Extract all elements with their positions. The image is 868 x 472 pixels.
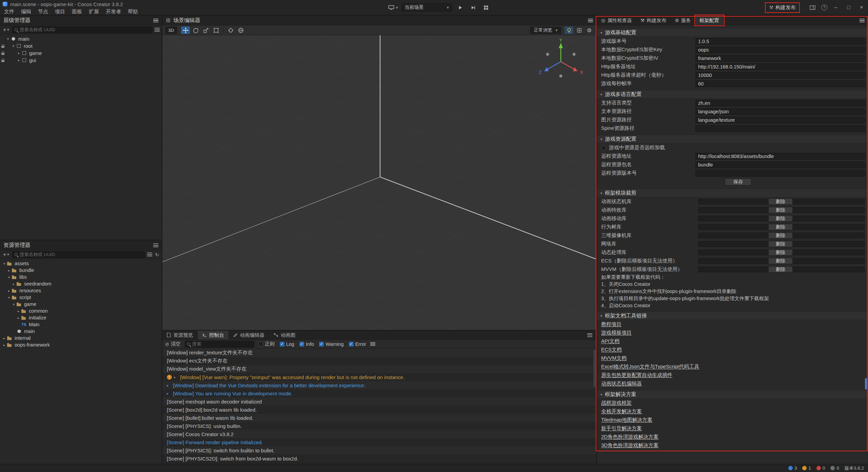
module-delete-button[interactable]: 删除 <box>768 232 793 239</box>
inspector-tab-2[interactable]: ⚒构建发布 <box>636 16 671 25</box>
doc-link[interactable]: API文档 <box>601 338 619 345</box>
section-header[interactable]: ▾框架模块裁剪 <box>597 189 868 197</box>
panel-menu-icon[interactable] <box>860 19 865 22</box>
doc-link[interactable]: 3D角色扮演游戏解决方案 <box>601 442 658 449</box>
tree-row[interactable]: ▾root <box>0 42 162 50</box>
field-input[interactable] <box>695 100 865 106</box>
field-input[interactable] <box>695 117 865 123</box>
close-button[interactable]: × <box>857 4 866 11</box>
collapse-logs-icon[interactable] <box>370 342 375 346</box>
menu-project[interactable]: 项目 <box>52 8 68 15</box>
expand-arrow-icon[interactable]: ▸ <box>2 336 7 340</box>
log-row[interactable]: [Scene] meshopt wasm decoder initialized <box>162 397 596 406</box>
doc-link[interactable]: MVVM文档 <box>601 355 627 361</box>
doc-link[interactable]: 游戏模板项目 <box>601 330 632 336</box>
doc-link[interactable]: ECS文档 <box>601 347 622 353</box>
doc-link[interactable]: 原生包热更新配置自动生成插件 <box>601 372 672 378</box>
expand-arrow-icon[interactable]: ▸ <box>16 58 21 62</box>
menu-edit[interactable]: 编辑 <box>18 8 35 15</box>
expand-arrow-icon[interactable]: ▸ <box>16 316 21 320</box>
axis-gizmo[interactable]: Y X Z <box>535 39 586 83</box>
expand-arrow-icon[interactable]: ▾ <box>5 37 11 41</box>
log-row[interactable]: !▸[Window] [Vue warn]: Property "onInput… <box>162 373 596 381</box>
expand-arrow-icon[interactable]: ▸ <box>16 51 21 55</box>
log-row[interactable]: [Scene] [PHYSICS2D]: switch from box2d-w… <box>162 454 596 463</box>
log-row[interactable]: [Scene] [PHYSICS]: switch from builtin t… <box>162 446 596 454</box>
tree-row[interactable]: ▾game <box>0 301 162 308</box>
log-row[interactable]: ▸[Window] Download the Vue Devtools exte… <box>162 381 596 389</box>
expand-arrow-icon[interactable]: ▸ <box>2 343 7 347</box>
module-delete-button[interactable]: 删除 <box>768 215 793 222</box>
clear-console-button[interactable]: ⊘ 清空 <box>165 341 181 347</box>
layout-grid-button[interactable] <box>481 3 491 12</box>
log-row[interactable]: [Scene] [box2d]:box2d wasm lib loaded. <box>162 406 596 414</box>
module-delete-button[interactable]: 删除 <box>768 258 793 264</box>
panel-menu-icon[interactable] <box>153 243 158 247</box>
field-input[interactable] <box>695 153 865 160</box>
tree-row[interactable]: ▾script <box>0 294 162 301</box>
expand-arrow-icon[interactable]: ▸ <box>6 289 12 293</box>
lock-icon[interactable] <box>1 60 4 62</box>
log-row[interactable]: [Scene] Cocos Creator v3.8.2 <box>162 430 596 438</box>
save-button[interactable]: 保存 <box>725 178 751 185</box>
doc-link[interactable]: 新手引导解决方案 <box>601 425 642 432</box>
move-tool-button[interactable] <box>181 26 190 34</box>
doc-link[interactable]: 教程项目 <box>601 321 622 328</box>
coordinate-toggle-button[interactable] <box>236 26 245 34</box>
grid-toggle-button[interactable] <box>575 26 584 34</box>
field-input[interactable] <box>695 63 865 70</box>
console-filter-error[interactable]: ✓Error <box>349 341 366 347</box>
inspector-tab-4[interactable]: 框架配置 <box>695 16 724 25</box>
inspector-tab-3[interactable]: ⚙服务 <box>671 16 695 25</box>
expand-arrow-icon[interactable]: ▾ <box>11 44 16 48</box>
log-row[interactable]: ▸[Window] You are running Vue in develop… <box>162 389 596 397</box>
log-row[interactable]: [Window] model_view文件夹不存在 <box>162 365 596 373</box>
build-publish-button[interactable]: ⚒ 构建发布 <box>766 3 799 12</box>
field-input[interactable] <box>695 46 865 53</box>
step-button[interactable] <box>469 3 478 12</box>
section-header[interactable]: ▾框架文档工具链接 <box>597 311 868 320</box>
console-filter-正则[interactable]: 正则 <box>258 341 275 347</box>
menu-extension[interactable]: 扩展 <box>85 8 102 15</box>
menu-developer[interactable]: 开发者 <box>102 8 124 15</box>
y-axis-cone[interactable] <box>559 43 563 48</box>
field-input[interactable] <box>695 80 865 87</box>
log-row[interactable]: [Scene] [PHYSICS]: using builtin. <box>162 422 596 430</box>
rotate-tool-button[interactable] <box>191 26 200 34</box>
section-header[interactable]: ▾框架解决方案 <box>597 390 868 399</box>
inspector-tab-1[interactable]: ◎属性检查器 <box>597 16 636 25</box>
rect-tool-button[interactable] <box>212 26 220 34</box>
menu-panel[interactable]: 面板 <box>68 8 85 15</box>
menu-node[interactable]: 节点 <box>35 8 52 15</box>
tree-row[interactable]: ▸initialize <box>0 314 162 321</box>
console-filter-info[interactable]: ✓Info <box>299 341 314 347</box>
expand-log-icon[interactable]: ▸ <box>167 383 171 387</box>
neg-x-axis-handle[interactable] <box>546 53 549 56</box>
log-row[interactable]: [Scene] Forward render pipeline initiali… <box>162 438 596 446</box>
console-tab-4[interactable]: 动画图 <box>269 331 300 339</box>
tree-row[interactable]: ▸oops-framework <box>0 341 162 348</box>
neg-z-axis-handle[interactable] <box>573 53 576 56</box>
warning-count-badge[interactable]: 1 <box>802 466 811 471</box>
console-scrollbar[interactable] <box>593 350 596 387</box>
maximize-button[interactable]: □ <box>844 4 853 11</box>
error-count-badge[interactable]: 0 <box>816 466 825 471</box>
tree-row[interactable]: ▾libs <box>0 274 162 280</box>
field-input[interactable] <box>695 72 865 79</box>
tree-row[interactable]: main <box>0 328 162 335</box>
info-count-badge[interactable]: 3 <box>788 466 797 471</box>
tree-row[interactable]: ▾assets <box>0 260 162 267</box>
console-filter-log[interactable]: ✓Log <box>280 341 294 347</box>
panel-layout-icon[interactable] <box>808 3 817 12</box>
expand-arrow-icon[interactable]: ▾ <box>6 275 12 279</box>
lock-icon[interactable] <box>1 53 4 55</box>
mode-3d-button[interactable]: 3D <box>165 27 177 34</box>
expand-arrow-icon[interactable]: ▾ <box>6 296 12 299</box>
refresh-icon[interactable]: ↻ <box>154 252 160 257</box>
notification-count-badge[interactable]: 0 <box>830 466 839 471</box>
light-toggle-button[interactable] <box>565 26 573 34</box>
tree-row[interactable]: ▸resources <box>0 287 162 294</box>
scene-settings-button[interactable]: ⚙ <box>585 26 594 34</box>
log-row[interactable]: [Scene] [bullet]:bullet wasm lib loaded. <box>162 414 596 422</box>
console-tab-1[interactable]: 资源预览 <box>162 331 198 339</box>
